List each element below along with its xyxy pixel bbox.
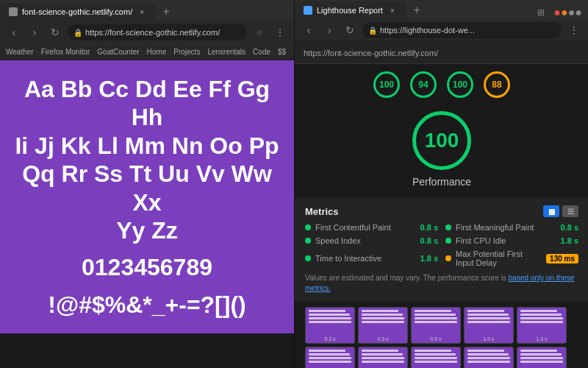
thumb-3: 0.8 s [411, 307, 461, 344]
metric-fci: First CPU Idle 1.8 s [445, 236, 578, 245]
thumb-10: Final [517, 347, 567, 368]
left-active-tab[interactable]: font-science-gothic.netlify.com/ × [0, 3, 156, 21]
metric-fcp-value: 0.8 s [420, 223, 438, 232]
score-bestpractices: 100 [447, 71, 473, 98]
metric-fmp-name: First Meaningful Paint [456, 223, 556, 232]
right-tab-bar: Lighthouse Report × + ⊞ ●●●● [295, 0, 588, 19]
lock-icon: 🔒 [74, 29, 82, 37]
thumb-4-label: 1.0 s [465, 336, 513, 342]
right-back-button[interactable]: ‹ [301, 22, 317, 38]
thumb-2-label: 0.5 s [359, 336, 407, 342]
metric-fci-dot [445, 238, 451, 244]
thumb-5: 1.3 s [517, 307, 567, 344]
score-a11y-value: 94 [418, 79, 428, 90]
bookmark-home[interactable]: Home [147, 48, 167, 56]
metric-tti-dot [305, 255, 311, 261]
left-reload-button[interactable]: ↻ [47, 24, 63, 40]
right-tab-close[interactable]: × [387, 5, 398, 15]
metric-tti-name: Time to Interactive [315, 254, 416, 263]
metrics-heading: Metrics [305, 206, 339, 217]
thumb-5-label: 1.3 s [517, 336, 566, 342]
metrics-section: Metrics ▦ ☰ First Contentful Paint 0.8 s [295, 198, 588, 301]
numbers-display: 0123456789 [15, 253, 279, 281]
thumb-7: 1.8 s [358, 347, 408, 368]
right-browser-controls: ⊞ ●●●● [534, 6, 588, 19]
thumb-1: 0.3 s [305, 307, 355, 344]
thumb-9: 2.5 s [464, 347, 514, 368]
metric-fcp-name: First Contentful Paint [315, 223, 416, 232]
right-menu-button[interactable]: ⋮ [566, 22, 582, 38]
toggle-grid-view[interactable]: ▦ [543, 205, 559, 217]
thumb-2: 0.5 s [358, 307, 408, 344]
right-address-bar[interactable]: 🔒 https://lighthouse-dot-we... [362, 22, 562, 38]
big-score-circle: 100 [412, 111, 471, 170]
score-bp-value: 100 [453, 79, 467, 90]
score-performance: 100 [373, 71, 400, 98]
thumb-8: 2.0 s [411, 347, 461, 368]
right-forward-button[interactable]: › [321, 22, 337, 38]
right-extensions[interactable]: ⊞ [534, 6, 548, 19]
left-tab-close[interactable]: × [137, 7, 147, 17]
left-address-bar[interactable]: 🔒 https://font-science-gothic.netlify.co… [68, 24, 247, 40]
metric-mpfid-dot [445, 255, 451, 261]
alphabet-line3: Qq Rr Ss Tt Uu Vv Ww Xx [15, 160, 279, 216]
metrics-grid: First Contentful Paint 0.8 s First Meani… [305, 223, 578, 267]
score-perf-value: 100 [379, 79, 394, 90]
font-demo-area: Aa Bb Cc Dd Ee Ff Gg Hh Ii Jj Kk Ll Mm N… [0, 60, 294, 333]
right-color-dots: ●●●● [553, 6, 582, 19]
bookmark-money[interactable]: $$ [278, 48, 286, 56]
left-nav-bar: ‹ › ↻ 🔒 https://font-science-gothic.netl… [0, 21, 294, 44]
metric-fcp: First Contentful Paint 0.8 s [305, 223, 438, 232]
metric-fmp-value: 0.8 s [561, 223, 578, 232]
bookmark-weather[interactable]: Weather [6, 48, 34, 56]
metric-mpfid-value: 130 ms [546, 254, 578, 263]
new-tab-button-right[interactable]: + [406, 1, 427, 19]
right-url: https://lighthouse-dot-we... [380, 26, 475, 35]
score-accessibility: 94 [410, 71, 437, 98]
thumb-4: 1.0 s [464, 307, 514, 344]
bookmark-code[interactable]: Code [253, 48, 270, 56]
score-seo-value: 88 [492, 79, 501, 90]
metric-fcp-dot [305, 224, 311, 230]
left-menu-button[interactable]: ⋮ [272, 24, 288, 40]
metrics-title-row: Metrics ▦ ☰ [305, 205, 578, 217]
bookmark-firefox[interactable]: Firefox Monitor [41, 48, 90, 56]
right-active-tab[interactable]: Lighthouse Report × [295, 1, 406, 19]
big-score-value: 100 [425, 129, 459, 152]
alphabet-line4: Yy Zz [15, 216, 279, 244]
bookmark-lens[interactable]: Lensrentals [207, 48, 245, 56]
metric-fci-name: First CPU Idle [456, 236, 556, 245]
thumbnail-strip: 0.3 s 0.5 s 0.8 s 1.0 s 1.3 s [295, 301, 588, 368]
right-nav-bar: ‹ › ↻ 🔒 https://lighthouse-dot-we... ⋮ [295, 19, 588, 41]
right-browser: Lighthouse Report × + ⊞ ●●●● ‹ › ↻ 🔒 htt… [294, 0, 588, 368]
score-seo: 88 [484, 71, 510, 98]
metrics-note: Values are estimated and may vary. The p… [305, 273, 578, 294]
metrics-toggle-buttons: ▦ ☰ [543, 205, 578, 217]
metric-mpfid: Max Potential First Input Delay 130 ms [445, 250, 578, 267]
metric-mpfid-name: Max Potential First Input Delay [456, 250, 542, 267]
metric-si-dot [305, 238, 311, 244]
left-star-button[interactable]: ☆ [251, 24, 268, 40]
browsers-container: font-science-gothic.netlify.com/ × + ‹ ›… [0, 0, 588, 368]
right-reload-button[interactable]: ↻ [342, 22, 358, 38]
metric-si: Speed Index 0.8 s [305, 236, 438, 245]
alphabet-line1: Aa Bb Cc Dd Ee Ff Gg Hh [15, 75, 279, 132]
bookmark-goat[interactable]: GoatCounter [97, 48, 139, 56]
left-url: https://font-science-gothic.netlify.com/ [85, 28, 220, 37]
left-back-button[interactable]: ‹ [6, 24, 22, 40]
toggle-list-view[interactable]: ☰ [562, 205, 578, 217]
metric-si-value: 0.8 s [420, 236, 438, 245]
left-tab-bar: font-science-gothic.netlify.com/ × + [0, 0, 294, 21]
thumb-1-label: 0.3 s [306, 336, 354, 342]
special-chars-display: !@#$%&*_+-=?[]() [15, 291, 279, 319]
left-forward-button[interactable]: › [26, 24, 43, 40]
metrics-note-link[interactable]: based only on these metrics. [305, 274, 574, 292]
bookmark-projects[interactable]: Projects [173, 48, 200, 56]
font-demo-text: Aa Bb Cc Dd Ee Ff Gg Hh Ii Jj Kk Ll Mm N… [15, 75, 279, 319]
metric-tti-value: 1.8 s [420, 254, 438, 263]
left-favicon [9, 7, 18, 16]
new-tab-button-left[interactable]: + [156, 3, 176, 21]
thumb-3-label: 0.8 s [412, 336, 460, 342]
left-browser: font-science-gothic.netlify.com/ × + ‹ ›… [0, 0, 294, 368]
performance-label: Performance [412, 176, 471, 188]
